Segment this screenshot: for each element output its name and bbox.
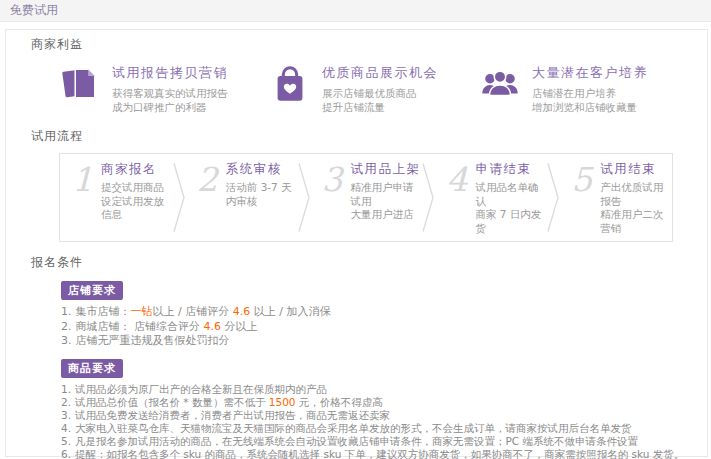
condition-text: 提醒：如报名包含多个 sku 的商品，系统会随机选择 sku 下单，建议双方协商… bbox=[75, 448, 689, 459]
condition-text: 集市店铺：一钻以上 / 店铺评分 4.6 以上 / 加入消保 bbox=[76, 305, 690, 320]
benefit-description: 展示店铺最优质商品 bbox=[322, 86, 438, 100]
process-step: 2系统审核活动前 3-7 天内审核 bbox=[185, 160, 298, 235]
condition-item: 3.店铺无严重违规及售假处罚扣分 bbox=[61, 334, 689, 349]
page-title: 免费试用 bbox=[10, 3, 58, 17]
condition-number: 4. bbox=[61, 422, 71, 435]
benefit-description: 店铺潜在用户培养 bbox=[532, 86, 648, 100]
process-section: 试用流程 1商家报名提交试用商品设定试用发放信息2系统审核活动前 3-7 天内审… bbox=[31, 128, 689, 242]
condition-number: 3. bbox=[61, 409, 71, 422]
step-title: 试用结束 bbox=[600, 161, 672, 178]
step-number: 5 bbox=[571, 160, 592, 200]
condition-item: 6.提醒：如报名包含多个 sku 的商品，系统会随机选择 sku 下单，建议双方… bbox=[61, 448, 689, 459]
benefits-heading: 商家利益 bbox=[31, 36, 689, 53]
condition-number: 2. bbox=[61, 320, 72, 335]
process-step: 5试用结束产出优质试用报告精准用户二次营销 bbox=[559, 160, 672, 235]
step-title: 申请结束 bbox=[475, 161, 547, 178]
condition-item: 1.集市店铺：一钻以上 / 店铺评分 4.6 以上 / 加入消保 bbox=[61, 305, 689, 320]
condition-segment: 店铺无严重违规及售假处罚扣分 bbox=[76, 334, 230, 347]
condition-text: 凡是报名参加试用活动的商品，在无线端系统会自动设置收藏店铺申请条件，商家无需设置… bbox=[75, 435, 689, 448]
step-title: 系统审核 bbox=[226, 161, 298, 178]
benefit-text: 大量潜在客户培养店铺潜在用户培养增加浏览和店铺收藏量 bbox=[532, 63, 648, 114]
process-step: 3试用品上架精准用户申请试用大量用户进店 bbox=[310, 160, 423, 235]
copy-document-icon bbox=[59, 63, 101, 105]
conditions-section: 报名条件 店铺要求1.集市店铺：一钻以上 / 店铺评分 4.6 以上 / 加入消… bbox=[31, 254, 689, 459]
step-number: 1 bbox=[72, 160, 93, 200]
condition-item: 4.大家电入驻菜鸟仓库、天猫物流宝及天猫国际的商品会采用名单发放的形式，不会生成… bbox=[61, 422, 689, 435]
bag-heart-icon bbox=[269, 63, 311, 105]
step-text: 试用结束产出优质试用报告精准用户二次营销 bbox=[600, 160, 672, 235]
condition-segment: 试用品总价值（报名价 * 数量）需不低于 bbox=[75, 396, 269, 408]
benefit-description: 增加浏览和店铺收藏量 bbox=[532, 100, 648, 114]
condition-groups: 店铺要求1.集市店铺：一钻以上 / 店铺评分 4.6 以上 / 加入消保2.商城… bbox=[31, 279, 689, 459]
step-number: 3 bbox=[322, 160, 343, 200]
content-panel: 商家利益 试用报告拷贝营销获得客观真实的试用报告成为口碑推广的利器优质商品展示机… bbox=[5, 29, 708, 457]
conditions-heading: 报名条件 bbox=[31, 254, 689, 271]
condition-segment: 提醒：如报名包含多个 sku 的商品，系统会随机选择 sku 下单，建议双方协商… bbox=[75, 448, 684, 459]
highlighted-value: 1500 bbox=[269, 396, 296, 408]
condition-text: 商城店铺： 店铺综合评分 4.6 分以上 bbox=[76, 320, 690, 335]
chevron-right-icon bbox=[422, 160, 434, 235]
condition-number: 1. bbox=[61, 305, 72, 320]
benefit-item: 试用报告拷贝营销获得客观真实的试用报告成为口碑推广的利器 bbox=[59, 63, 269, 114]
step-description: 设定试用发放信息 bbox=[101, 195, 173, 222]
step-text: 商家报名提交试用商品设定试用发放信息 bbox=[101, 160, 173, 222]
condition-segment: 以上 / 加入消保 bbox=[250, 305, 330, 318]
step-text: 试用品上架精准用户申请试用大量用户进店 bbox=[351, 160, 423, 222]
condition-segment: 集市店铺： bbox=[76, 305, 131, 318]
step-text: 系统审核活动前 3-7 天内审核 bbox=[226, 160, 298, 208]
condition-text: 大家电入驻菜鸟仓库、天猫物流宝及天猫国际的商品会采用名单发放的形式，不会生成订单… bbox=[75, 422, 689, 435]
page-header: 免费试用 bbox=[0, 0, 711, 22]
process-heading: 试用流程 bbox=[31, 128, 689, 145]
step-description: 商家 7 日内发货 bbox=[475, 208, 547, 235]
step-description: 精准用户二次营销 bbox=[600, 208, 672, 235]
benefit-title: 试用报告拷贝营销 bbox=[112, 64, 228, 82]
condition-number: 6. bbox=[61, 448, 71, 459]
condition-text: 店铺无严重违规及售假处罚扣分 bbox=[76, 334, 690, 349]
condition-number: 2. bbox=[61, 396, 71, 409]
condition-item: 2.试用品总价值（报名价 * 数量）需不低于 1500 元，价格不得虚高 bbox=[61, 396, 689, 409]
condition-item: 3.试用品免费发送给消费者，消费者产出试用报告，商品无需返还卖家 bbox=[61, 409, 689, 422]
chevron-right-icon bbox=[547, 160, 559, 235]
condition-item: 5.凡是报名参加试用活动的商品，在无线端系统会自动设置收藏店铺申请条件，商家无需… bbox=[61, 435, 689, 448]
condition-list: 1.试用品必须为原厂出产的合格全新且在保质期内的产品2.试用品总价值（报名价 *… bbox=[61, 383, 689, 459]
condition-segment: 大家电入驻菜鸟仓库、天猫物流宝及天猫国际的商品会采用名单发放的形式，不会生成订单… bbox=[75, 422, 632, 434]
condition-segment: 试用品免费发送给消费者，消费者产出试用报告，商品无需返还卖家 bbox=[75, 409, 390, 421]
chevron-right-icon bbox=[173, 160, 185, 235]
condition-badge: 店铺要求 bbox=[61, 281, 123, 300]
condition-group: 商品要求1.试用品必须为原厂出产的合格全新且在保质期内的产品2.试用品总价值（报… bbox=[61, 357, 689, 459]
step-number: 2 bbox=[197, 160, 218, 200]
highlighted-value: 一钻 bbox=[131, 305, 153, 318]
step-title: 试用品上架 bbox=[351, 161, 423, 178]
benefit-item: 优质商品展示机会展示店铺最优质商品提升店铺流量 bbox=[269, 63, 479, 114]
benefit-title: 大量潜在客户培养 bbox=[532, 64, 648, 82]
benefit-text: 试用报告拷贝营销获得客观真实的试用报告成为口碑推广的利器 bbox=[112, 63, 228, 114]
step-description: 大量用户进店 bbox=[351, 208, 423, 222]
condition-segment: 商城店铺： 店铺综合评分 bbox=[76, 320, 204, 333]
highlighted-value: 4.6 bbox=[233, 305, 251, 318]
process-step: 1商家报名提交试用商品设定试用发放信息 bbox=[60, 160, 173, 235]
step-description: 活动前 3-7 天内审核 bbox=[226, 181, 298, 208]
step-text: 申请结束试用品名单确认商家 7 日内发货 bbox=[475, 160, 547, 235]
benefit-description: 成为口碑推广的利器 bbox=[112, 100, 228, 114]
benefits-section: 商家利益 试用报告拷贝营销获得客观真实的试用报告成为口碑推广的利器优质商品展示机… bbox=[31, 36, 689, 114]
chevron-right-icon bbox=[298, 160, 310, 235]
step-description: 产出优质试用报告 bbox=[600, 181, 672, 208]
condition-segment: 凡是报名参加试用活动的商品，在无线端系统会自动设置收藏店铺申请条件，商家无需设置… bbox=[75, 435, 638, 447]
condition-text: 试用品免费发送给消费者，消费者产出试用报告，商品无需返还卖家 bbox=[75, 409, 689, 422]
condition-number: 3. bbox=[61, 334, 72, 349]
benefit-item: 大量潜在客户培养店铺潜在用户培养增加浏览和店铺收藏量 bbox=[479, 63, 689, 114]
process-step: 4申请结束试用品名单确认商家 7 日内发货 bbox=[434, 160, 547, 235]
condition-number: 1. bbox=[61, 383, 71, 396]
condition-segment: 试用品必须为原厂出产的合格全新且在保质期内的产品 bbox=[75, 383, 327, 395]
condition-item: 2.商城店铺： 店铺综合评分 4.6 分以上 bbox=[61, 320, 689, 335]
condition-segment: 元，价格不得虚高 bbox=[296, 396, 383, 408]
condition-segment: 分以上 bbox=[221, 320, 258, 333]
condition-text: 试用品总价值（报名价 * 数量）需不低于 1500 元，价格不得虚高 bbox=[75, 396, 689, 409]
condition-list: 1.集市店铺：一钻以上 / 店铺评分 4.6 以上 / 加入消保2.商城店铺： … bbox=[61, 305, 689, 349]
condition-segment: 以上 / 店铺评分 bbox=[153, 305, 233, 318]
step-description: 试用品名单确认 bbox=[475, 181, 547, 208]
benefit-title: 优质商品展示机会 bbox=[322, 64, 438, 82]
highlighted-value: 4.6 bbox=[204, 320, 222, 333]
users-icon bbox=[479, 63, 521, 105]
step-description: 精准用户申请试用 bbox=[351, 181, 423, 208]
